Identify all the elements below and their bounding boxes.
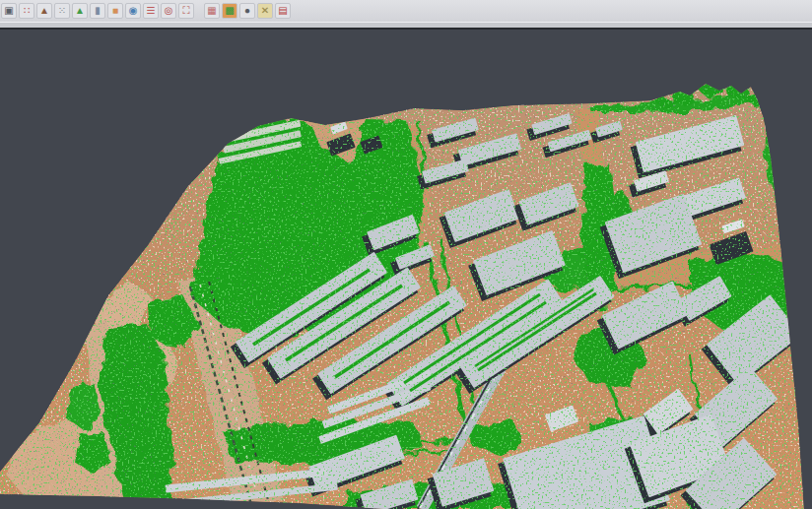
point-cloud-scene [0,0,812,509]
classify-points-icon[interactable]: ∷ [19,3,34,19]
select-area-icon[interactable]: ⛶ [178,3,194,19]
application-window: ▣∷▲⁙▲▮■◉☰◎⛶▦▩●✕▤ [0,0,812,509]
layers-red-icon[interactable]: ▤ [275,3,291,19]
toolbar-separator [196,3,204,19]
target-circle-icon[interactable]: ◎ [161,3,176,19]
grid-red-icon[interactable]: ▦ [204,3,220,19]
toolbar: ▣∷▲⁙▲▮■◉☰◎⛶▦▩●✕▤ [0,0,812,22]
point-cloud-icon[interactable]: ⁙ [54,3,70,19]
sphere-icon[interactable]: ● [239,3,255,19]
tin-surface-icon[interactable]: ▲ [36,3,52,19]
toolbar-divider [0,28,812,30]
classification-palette-icon[interactable]: ▩ [222,3,237,19]
profile-view-icon[interactable]: ▮ [90,3,105,19]
terrain-surface-icon[interactable]: ▲ [72,3,88,19]
ortho-image-icon[interactable]: ■ [107,3,123,19]
delete-cross-icon[interactable]: ✕ [257,3,273,19]
open-dataset-icon[interactable]: ▣ [1,3,17,19]
3d-viewport[interactable] [0,0,812,509]
list-red-icon[interactable]: ☰ [143,3,159,19]
globe-view-icon[interactable]: ◉ [125,3,141,19]
